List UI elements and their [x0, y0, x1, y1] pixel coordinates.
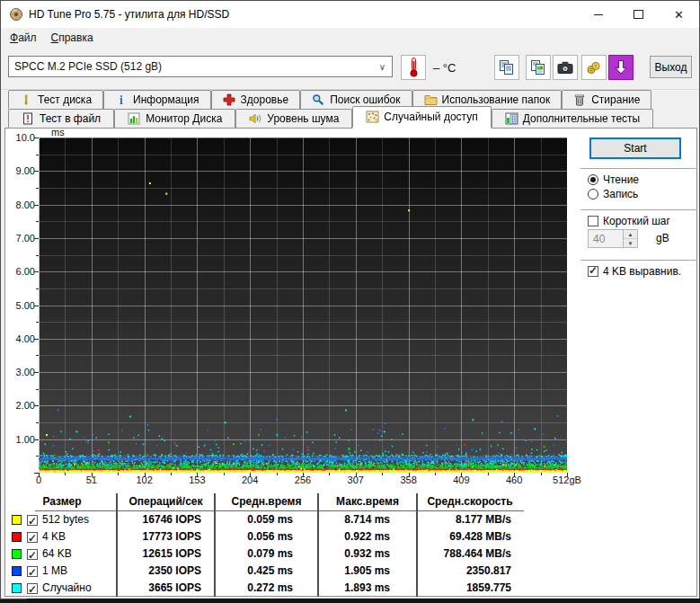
y-tick-label: 2.00: [5, 399, 35, 412]
read-radio[interactable]: [588, 174, 598, 185]
tab-extra-tests[interactable]: Дополнительные тесты: [492, 109, 653, 128]
table-value-max: 8.714 ms: [317, 511, 416, 528]
screenshot-button[interactable]: [553, 55, 578, 80]
x-axis-tick: [356, 473, 357, 477]
y-axis-tick: [34, 137, 39, 138]
y-tick-label: 3.00: [5, 366, 35, 378]
table-row-head: 4 KB: [8, 528, 116, 545]
y-tick-label: 10.0: [5, 131, 35, 144]
short-stride-option[interactable]: Короткий шаг: [588, 215, 670, 227]
tab-label: Монитор Диска: [146, 112, 222, 125]
tab-disk-monitor[interactable]: Монитор Диска: [114, 109, 235, 128]
table-value-ops: 12615 IOPS: [116, 545, 214, 563]
tab-information[interactable]: iИнформация: [103, 90, 210, 109]
download-button[interactable]: [608, 55, 634, 80]
noise-level-icon: [249, 112, 262, 125]
column-header: Средн.время: [214, 493, 317, 511]
tab-label: Использование папок: [442, 93, 551, 106]
x-axis-tick: [39, 473, 40, 477]
maximize-icon: [634, 10, 643, 19]
x-axis-tick: [277, 473, 278, 475]
tab-health[interactable]: Здоровье: [211, 90, 301, 109]
donate-button[interactable]: [581, 55, 607, 80]
mode-read-option[interactable]: Чтение: [588, 173, 639, 186]
close-button[interactable]: ✕: [659, 2, 699, 28]
app-window: HD Tune Pro 5.75 - утилита для HD/SSD ✕ …: [0, 0, 700, 599]
write-radio-label: Запись: [603, 188, 638, 200]
series-checkbox[interactable]: [27, 583, 38, 594]
folder-usage-icon: [424, 93, 438, 106]
y-tick-label: 8.00: [5, 199, 35, 211]
random-access-icon: [366, 111, 379, 123]
disk-test-icon: !: [20, 93, 33, 106]
close-icon: ✕: [674, 9, 684, 21]
minimize-icon: [594, 14, 603, 15]
table-value-avg: 0.059 ms: [214, 511, 317, 528]
series-label: 4 KB: [42, 528, 66, 545]
read-radio-label: Чтение: [603, 173, 639, 186]
drive-select[interactable]: SPCC M.2 PCIe SSD (512 gB) ∨: [8, 56, 393, 77]
svg-text:i: i: [120, 93, 123, 106]
stepper-up-icon[interactable]: ▲: [624, 230, 637, 239]
tab-disk-test[interactable]: !Тест диска: [8, 90, 103, 109]
camera-icon: [557, 60, 573, 75]
y-axis-tick: [34, 439, 39, 440]
exit-button[interactable]: Выход: [650, 56, 692, 78]
tab-label: Тест диска: [38, 93, 92, 106]
x-axis-tick: [488, 473, 489, 475]
x-axis-tick: [435, 473, 436, 475]
tab-label: Дополнительные тесты: [523, 112, 640, 125]
x-axis-tick: [409, 473, 410, 477]
tab-label: Информация: [133, 93, 199, 106]
information-icon: i: [115, 93, 128, 106]
error-scan-icon: [312, 93, 325, 106]
copy-image-button[interactable]: [526, 55, 551, 80]
write-radio[interactable]: [588, 189, 598, 200]
stride-size-value[interactable]: 40: [588, 229, 624, 248]
short-stride-checkbox[interactable]: [588, 216, 598, 226]
tab-noise-level[interactable]: Уровень шума: [235, 109, 352, 128]
minimize-button[interactable]: [578, 2, 618, 28]
series-checkbox[interactable]: [27, 515, 38, 526]
series-checkbox[interactable]: [27, 532, 38, 543]
table-row-head: 64 KB: [8, 545, 116, 563]
series-color-swatch: [12, 566, 22, 576]
maximize-button[interactable]: [618, 2, 659, 28]
series-checkbox[interactable]: [27, 566, 38, 577]
y-axis-tick: [34, 372, 39, 373]
column-header: Операций/сек: [116, 493, 214, 511]
menu-bar: Файл Справка: [1, 28, 699, 48]
table-value-avg: 0.056 ms: [214, 528, 317, 545]
menu-help[interactable]: Справка: [44, 28, 101, 48]
separator: [580, 260, 697, 261]
align-4kb-option[interactable]: 4 KB выравнив.: [588, 265, 681, 278]
drive-select-value: SPCC M.2 PCIe SSD (512 gB): [14, 60, 162, 73]
table-value-avg: 0.425 ms: [214, 563, 317, 580]
x-axis-tick: [567, 473, 568, 477]
y-axis-tick: [36, 322, 39, 323]
download-arrow-icon: [614, 59, 628, 75]
x-axis-tick: [145, 473, 146, 477]
menu-file[interactable]: Файл: [1, 28, 44, 48]
temperature-button[interactable]: [401, 55, 426, 80]
series-label: 1 MB: [42, 563, 67, 580]
series-checkbox[interactable]: [27, 549, 38, 560]
tab-file-benchmark[interactable]: !Тест в файл: [8, 109, 114, 128]
y-tick-label: 7.00: [5, 232, 35, 244]
series-label: Случайно: [42, 580, 92, 597]
y-axis-tick: [34, 405, 39, 406]
mode-write-option[interactable]: Запись: [588, 188, 638, 200]
tab-label: Здоровье: [241, 93, 289, 106]
x-axis-tick: [92, 473, 93, 477]
copy-text-button[interactable]: [494, 55, 519, 80]
y-axis-tick: [34, 205, 39, 206]
stepper-down-icon[interactable]: ▼: [624, 239, 637, 247]
align-4kb-checkbox[interactable]: [588, 266, 598, 277]
table-value-max: 1.905 ms: [317, 563, 416, 580]
tab-erase[interactable]: Стирание: [562, 90, 651, 109]
start-button[interactable]: Start: [589, 137, 681, 159]
stride-size-stepper[interactable]: 40 ▲ ▼: [588, 229, 638, 248]
y-axis-tick: [36, 422, 39, 423]
series-color-swatch: [12, 532, 22, 542]
tab-random-access[interactable]: Случайный доступ: [352, 106, 491, 129]
